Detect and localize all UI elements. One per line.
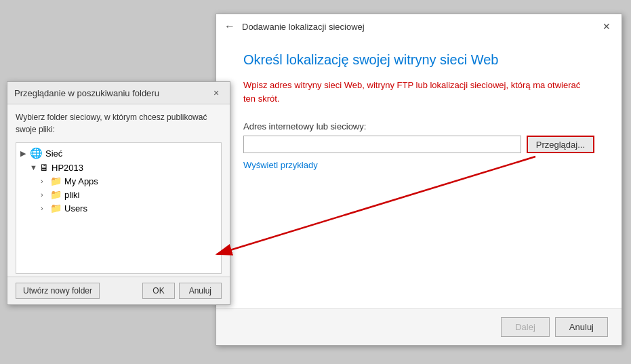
myapps-label: My Apps	[64, 176, 98, 186]
back-arrow-icon[interactable]: ←	[224, 20, 235, 33]
main-heading: Określ lokalizację swojej witryny sieci …	[243, 52, 594, 68]
tree-item-users[interactable]: › 📁 Users	[16, 201, 221, 215]
browse-dialog-description: Wybierz folder sieciowy, w którym chcesz…	[7, 104, 230, 140]
tree-item-computer[interactable]: ▼ 🖥 HP2013	[16, 161, 221, 174]
browse-dialog-titlebar: Przeglądanie w poszukiwaniu folderu ×	[7, 82, 230, 104]
main-cancel-button[interactable]: Anuluj	[555, 317, 608, 337]
computer-icon: 🖥	[39, 162, 49, 173]
main-dialog-title: Dodawanie lokalizacji sieciowej	[242, 22, 365, 32]
main-dialog-close-button[interactable]: ✕	[600, 20, 613, 33]
ok-button[interactable]: OK	[142, 283, 174, 299]
myapps-folder-icon: 📁	[50, 176, 62, 186]
next-button[interactable]: Dalej	[501, 317, 550, 337]
main-dialog: ← Dodawanie lokalizacji sieciowej ✕ Okre…	[216, 14, 622, 346]
network-label: Sieć	[45, 148, 62, 159]
main-dialog-footer: Dalej Anuluj	[216, 308, 622, 345]
users-label: Users	[64, 203, 87, 214]
pliki-label: pliki	[64, 190, 79, 200]
address-input[interactable]	[243, 136, 521, 153]
main-description: Wpisz adres witryny sieci Web, witryny F…	[243, 79, 594, 105]
pliki-folder-icon: 📁	[50, 189, 62, 200]
browse-dialog-title: Przeglądanie w poszukiwaniu folderu	[14, 88, 159, 98]
browse-dialog-footer: Utwórz nowy folder OK Anuluj	[7, 277, 230, 304]
main-dialog-titlebar: ← Dodawanie lokalizacji sieciowej ✕	[216, 14, 622, 39]
main-dialog-content: Określ lokalizację swojej witryny sieci …	[216, 39, 622, 184]
network-toggle-icon: ▶	[20, 149, 30, 158]
browse-cancel-button[interactable]: Anuluj	[179, 283, 222, 299]
pliki-toggle-icon: ›	[41, 190, 50, 199]
users-toggle-icon: ›	[41, 204, 50, 212]
browse-dialog: Przeglądanie w poszukiwaniu folderu × Wy…	[7, 81, 230, 305]
address-field-label: Adres internetowy lub sieciowy:	[243, 121, 594, 132]
browse-tree[interactable]: ▶ 🌐 Sieć ▼ 🖥 HP2013 › 📁 My Apps › 📁 plik…	[16, 142, 222, 274]
new-folder-button[interactable]: Utwórz nowy folder	[16, 283, 100, 299]
address-input-row: Przeglądaj...	[243, 136, 594, 153]
browse-dialog-close-button[interactable]: ×	[209, 86, 223, 100]
myapps-toggle-icon: ›	[41, 177, 50, 185]
dialog-action-buttons: OK Anuluj	[142, 283, 222, 299]
users-folder-icon: 📁	[50, 203, 62, 214]
browse-button[interactable]: Przeglądaj...	[527, 136, 594, 153]
computer-toggle-icon: ▼	[30, 163, 39, 171]
tree-item-network[interactable]: ▶ 🌐 Sieć	[16, 146, 221, 161]
tree-item-myapps[interactable]: › 📁 My Apps	[16, 174, 221, 188]
computer-label: HP2013	[52, 163, 83, 173]
title-row: ← Dodawanie lokalizacji sieciowej	[224, 20, 365, 33]
network-icon: 🌐	[30, 147, 43, 159]
show-examples-link[interactable]: Wyświetl przykłady	[243, 160, 318, 170]
tree-item-pliki[interactable]: › 📁 pliki	[16, 188, 221, 201]
